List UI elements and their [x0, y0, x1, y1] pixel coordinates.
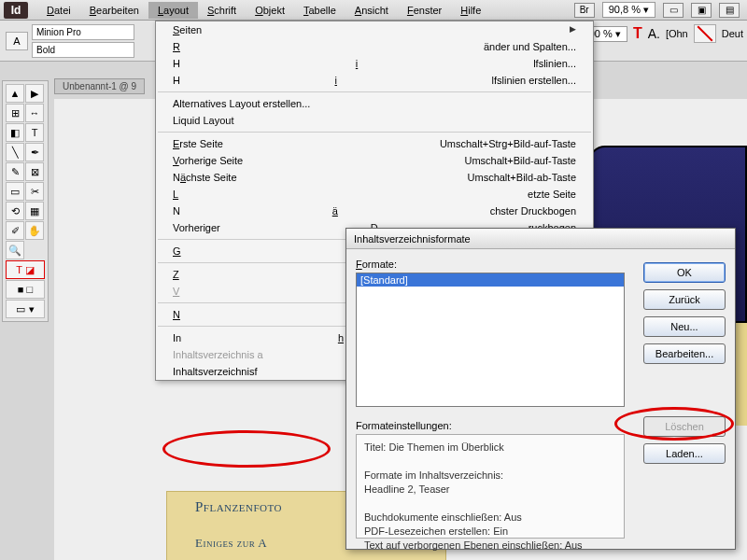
menu-raender[interactable]: Ränder und Spalten...: [156, 38, 593, 55]
hand-tool[interactable]: ✋: [25, 221, 44, 240]
screen-mode-icon[interactable]: ▣: [691, 3, 712, 18]
settings-box: Titel: Die Themen im Überblick Formate i…: [356, 434, 625, 539]
color-mode[interactable]: ■ □: [6, 280, 45, 299]
pen-tool[interactable]: ✒: [25, 143, 44, 161]
font-family-field[interactable]: Minion Pro: [32, 24, 134, 40]
rectangle-tool[interactable]: ▭: [6, 182, 24, 201]
loeschen-button: Löschen: [643, 416, 726, 437]
char-panel-icon[interactable]: A: [6, 32, 28, 50]
menu-alt-layout[interactable]: Alternatives Layout erstellen...: [156, 95, 593, 112]
dialog-title: Inhaltsverzeichnisformate: [346, 229, 735, 249]
eyedropper-tool[interactable]: ✐: [6, 221, 24, 240]
toc-formats-dialog: Inhaltsverzeichnisformate Formate: [Stan…: [345, 228, 736, 550]
rectangle-frame-tool[interactable]: ⊠: [25, 162, 44, 181]
menu-erste-seite[interactable]: Erste SeiteUmschalt+Strg+Bild-auf-Taste: [156, 135, 593, 152]
menu-vorherige-seite[interactable]: Vorherige SeiteUmschalt+Bild-auf-Taste: [156, 152, 593, 169]
selection-tool[interactable]: ▲: [6, 84, 24, 103]
pencil-tool[interactable]: ✎: [6, 162, 24, 181]
zoom-level[interactable]: 90,8 % ▾: [602, 2, 655, 18]
menu-layout[interactable]: Layout: [148, 2, 198, 19]
toolbox: ▲ ▶ ⊞ ↔ ◧ T ╲ ✒ ✎ ⊠ ▭ ✂ ⟲ ▦ ✐ ✋ 🔍 T ◪ ■ …: [2, 80, 49, 322]
app-logo: Id: [4, 2, 28, 19]
view-mode-icon[interactable]: ▭: [663, 3, 684, 18]
menu-seiten[interactable]: Seiten▶: [156, 21, 593, 38]
page-tool[interactable]: ⊞: [6, 104, 24, 122]
fill-stroke-proxy[interactable]: T ◪: [6, 260, 45, 279]
menu-ansicht[interactable]: Ansicht: [345, 2, 398, 19]
list-item-standard[interactable]: [Standard]: [357, 273, 624, 287]
menu-schrift[interactable]: Schrift: [198, 2, 246, 19]
menu-objekt[interactable]: Objekt: [246, 2, 294, 19]
deut-label: Deut: [722, 28, 743, 39]
bridge-icon[interactable]: Br: [574, 3, 595, 18]
gradient-tool[interactable]: ▦: [25, 202, 44, 220]
menu-hilfe[interactable]: Hilfe: [451, 2, 490, 19]
menu-hilfslinien[interactable]: Hilfslinien...: [156, 55, 593, 72]
transform-tool[interactable]: ⟲: [6, 202, 24, 220]
menu-bearbeiten[interactable]: Bearbeiten: [80, 2, 148, 19]
gap-tool[interactable]: ↔: [25, 104, 44, 122]
arrange-icon[interactable]: ▤: [719, 3, 740, 18]
content-tool[interactable]: ◧: [6, 123, 24, 142]
view-mode[interactable]: ▭ ▾: [6, 300, 45, 318]
type-tool-indicator: T: [633, 25, 642, 42]
scissors-tool[interactable]: ✂: [25, 182, 44, 201]
ok-button[interactable]: OK: [643, 262, 726, 283]
type-tool[interactable]: T: [25, 123, 44, 142]
menu-liquid[interactable]: Liquid Layout: [156, 112, 593, 129]
laden-button[interactable]: Laden...: [643, 443, 726, 464]
menu-naechste-seite[interactable]: Nächste SeiteUmschalt+Bild-ab-Taste: [156, 169, 593, 186]
menu-datei[interactable]: DDateiatei: [37, 2, 80, 19]
bearbeiten-button[interactable]: Bearbeiten...: [643, 343, 726, 364]
menu-letzte-seite[interactable]: Letzte Seite: [156, 186, 593, 203]
neu-button[interactable]: Neu...: [643, 316, 726, 337]
document-tab[interactable]: Unbenannt-1 @ 9: [54, 78, 145, 94]
ohn-label: [Ohn: [666, 28, 688, 39]
line-tool[interactable]: ╲: [6, 143, 24, 161]
menu-tabelle[interactable]: Tabelle: [294, 2, 345, 19]
menu-hilfslinien-erstellen[interactable]: Hilfslinien erstellen...: [156, 72, 593, 89]
char-format-icon[interactable]: A.: [648, 26, 660, 41]
no-fill-icon[interactable]: [694, 24, 716, 43]
formate-listbox[interactable]: [Standard]: [356, 273, 625, 407]
menubar: Id DDateiatei Bearbeiten Layout Schrift …: [0, 0, 747, 21]
menu-naechster-druckbogen[interactable]: Nächster Druckbogen: [156, 203, 593, 219]
font-style-field[interactable]: Bold: [32, 42, 134, 58]
menu-fenster[interactable]: Fenster: [398, 2, 451, 19]
direct-selection-tool[interactable]: ▶: [25, 84, 44, 103]
zurueck-button[interactable]: Zurück: [643, 289, 726, 310]
zoom-tool[interactable]: 🔍: [6, 241, 24, 259]
